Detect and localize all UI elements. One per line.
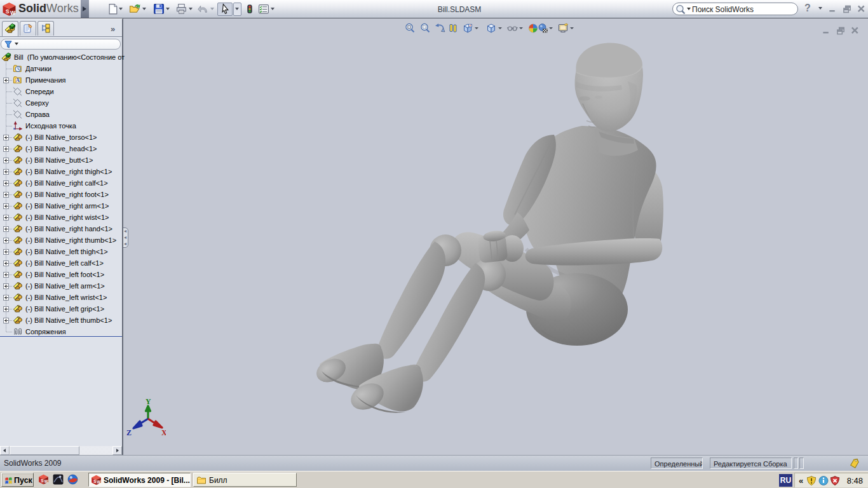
- svg-text:X: X: [161, 428, 166, 437]
- svg-text:Y: Y: [146, 398, 151, 406]
- svg-text:Z: Z: [126, 428, 132, 437]
